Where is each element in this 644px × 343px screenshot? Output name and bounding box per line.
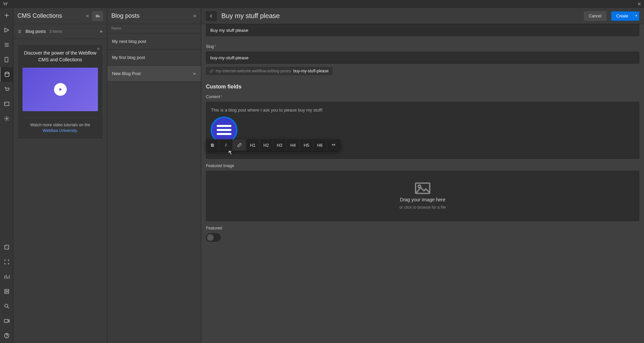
url-preview: my-internet-website.webflow.io/blog-post… bbox=[206, 67, 332, 75]
divider bbox=[22, 117, 98, 118]
posts-column-header: Name bbox=[107, 24, 201, 33]
back-button[interactable] bbox=[206, 11, 217, 21]
promo-footer-prefix: Watch more video tutorials on the bbox=[30, 123, 90, 127]
app-chrome: ✕ bbox=[0, 0, 644, 8]
cancel-button[interactable]: Cancel bbox=[584, 11, 606, 21]
promo-heading: Discover the power of the Webflow CMS an… bbox=[22, 50, 98, 63]
slug-field[interactable] bbox=[206, 52, 639, 64]
collection-count: 3 items bbox=[49, 29, 62, 34]
rail-backup[interactable] bbox=[0, 284, 13, 299]
collections-title: CMS Collections bbox=[17, 12, 83, 19]
custom-fields-heading: Custom fields bbox=[206, 84, 639, 90]
format-italic-button[interactable]: I bbox=[219, 139, 233, 151]
content-line1: This is a blog post where I ask you to p… bbox=[211, 107, 634, 114]
quote-icon bbox=[331, 143, 336, 147]
close-icon[interactable]: ✕ bbox=[637, 1, 641, 7]
chevron-right-icon: ▶ bbox=[100, 29, 103, 33]
featured-image-label: Featured image bbox=[206, 163, 639, 168]
promo-video-thumb[interactable] bbox=[22, 68, 98, 111]
rail-pages[interactable] bbox=[0, 52, 13, 67]
svg-rect-5 bbox=[5, 289, 9, 291]
promo-footer-suffix: . bbox=[76, 128, 77, 133]
post-row[interactable]: My first blog post bbox=[107, 50, 201, 66]
post-row[interactable]: My next blog post bbox=[107, 33, 201, 50]
link-icon bbox=[210, 69, 214, 73]
tool-rail bbox=[0, 8, 13, 343]
svg-point-10 bbox=[6, 337, 7, 338]
rail-search[interactable] bbox=[0, 299, 13, 314]
rail-settings[interactable] bbox=[0, 111, 13, 126]
image-icon bbox=[415, 182, 430, 194]
text-format-toolbar: B I H1 H2 H3 H4 H5 H6 bbox=[206, 139, 340, 151]
svg-rect-0 bbox=[5, 57, 8, 62]
webflow-logo bbox=[0, 1, 11, 7]
create-dropdown-caret[interactable]: ▼ bbox=[633, 11, 639, 21]
posts-header: Blog posts ✕ bbox=[107, 8, 201, 24]
dropzone-line2: or click to browse for a file bbox=[399, 205, 446, 210]
format-h4-button[interactable]: H4 bbox=[286, 139, 300, 151]
arrow-left-icon bbox=[209, 14, 214, 18]
collection-name: Blog posts bbox=[25, 29, 46, 34]
featured-toggle[interactable] bbox=[206, 233, 221, 242]
promo-link[interactable]: Webflow University bbox=[43, 128, 76, 133]
rail-expand[interactable] bbox=[0, 255, 13, 269]
editor-pane: Buy my stuff please Cancel Create ▼ Slug… bbox=[201, 8, 644, 343]
post-name: My next blog post bbox=[112, 39, 146, 44]
toggle-knob bbox=[207, 234, 214, 241]
format-h3-button[interactable]: H3 bbox=[273, 139, 286, 151]
post-name: My first blog post bbox=[112, 55, 145, 60]
rail-find[interactable] bbox=[0, 240, 13, 255]
svg-point-7 bbox=[5, 304, 8, 307]
collection-row[interactable]: Blog posts 3 items ▶ bbox=[13, 24, 107, 39]
svg-point-2 bbox=[5, 103, 6, 104]
svg-rect-6 bbox=[5, 292, 9, 294]
slug-label: Slug* bbox=[206, 44, 639, 49]
format-bold-button[interactable]: B bbox=[206, 139, 219, 151]
format-link-button[interactable] bbox=[233, 139, 246, 151]
format-h5-button[interactable]: H5 bbox=[300, 139, 313, 151]
rail-cms[interactable] bbox=[0, 67, 13, 82]
stack-icon bbox=[17, 29, 22, 34]
post-name: New Blog Post bbox=[112, 71, 141, 76]
promo-card: ✕ Discover the power of the Webflow CMS … bbox=[17, 44, 103, 139]
svg-rect-1 bbox=[4, 102, 9, 106]
rail-add[interactable] bbox=[0, 8, 13, 23]
rail-symbols[interactable] bbox=[0, 23, 13, 38]
collections-panel: CMS Collections ✕ Blog posts 3 items ▶ ✕… bbox=[13, 8, 107, 343]
stack-plus-icon bbox=[95, 13, 100, 19]
posts-title: Blog posts bbox=[111, 12, 190, 19]
name-field[interactable] bbox=[206, 24, 639, 36]
editor-body: Slug* my-internet-website.webflow.io/blo… bbox=[201, 24, 644, 343]
collections-header: CMS Collections ✕ bbox=[13, 8, 107, 24]
promo-close-icon[interactable]: ✕ bbox=[97, 47, 100, 51]
posts-close-icon[interactable]: ✕ bbox=[193, 13, 197, 19]
format-h2-button[interactable]: H2 bbox=[260, 139, 273, 151]
svg-point-3 bbox=[6, 118, 7, 120]
post-row[interactable]: New Blog Post ▶ bbox=[107, 66, 201, 82]
create-button[interactable]: Create bbox=[611, 11, 633, 21]
url-prefix: my-internet-website.webflow.io/blog-post… bbox=[216, 69, 291, 73]
editor-header: Buy my stuff please Cancel Create ▼ bbox=[201, 8, 644, 24]
rail-navigator[interactable] bbox=[0, 38, 13, 52]
content-label: Content* bbox=[206, 94, 639, 99]
add-collection-button[interactable] bbox=[92, 11, 103, 21]
rail-assets[interactable] bbox=[0, 96, 13, 111]
featured-image-dropzone[interactable]: Drag your image here or click to browse … bbox=[206, 171, 639, 221]
rail-ecommerce[interactable] bbox=[0, 82, 13, 96]
format-h1-button[interactable]: H1 bbox=[246, 139, 260, 151]
chevron-right-icon: ▶ bbox=[194, 72, 196, 75]
format-h6-button[interactable]: H6 bbox=[313, 139, 327, 151]
editor-title: Buy my stuff please bbox=[221, 12, 579, 20]
format-quote-button[interactable] bbox=[327, 139, 340, 151]
rail-help[interactable] bbox=[0, 328, 13, 343]
url-slug: buy-my-stuff-please bbox=[293, 69, 328, 73]
promo-footer: Watch more video tutorials on the Webflo… bbox=[22, 122, 98, 134]
webflow-icon bbox=[3, 1, 8, 7]
collections-close-icon[interactable]: ✕ bbox=[86, 13, 90, 19]
rail-audit[interactable] bbox=[0, 269, 13, 284]
rail-video[interactable] bbox=[0, 314, 13, 328]
play-icon bbox=[54, 83, 67, 96]
svg-rect-8 bbox=[4, 320, 8, 323]
dropzone-line1: Drag your image here bbox=[400, 197, 445, 202]
posts-panel: Blog posts ✕ Name My next blog post My f… bbox=[107, 8, 201, 343]
